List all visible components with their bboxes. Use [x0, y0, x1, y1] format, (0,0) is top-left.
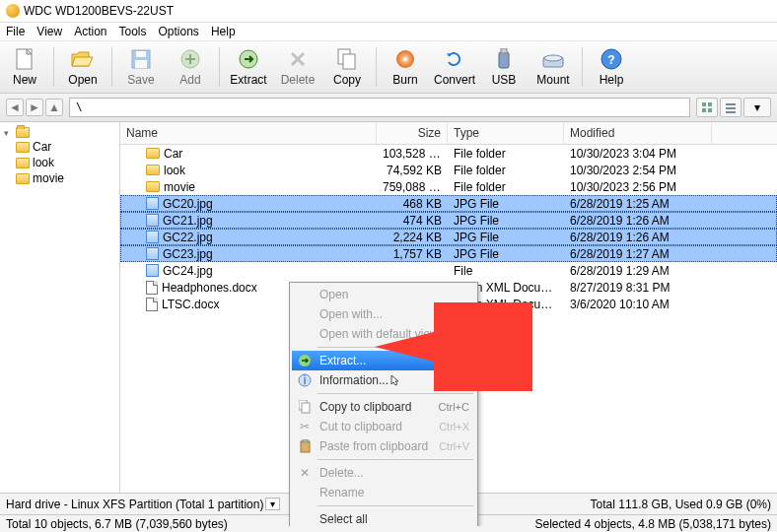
col-name[interactable]: Name	[120, 122, 377, 144]
col-type[interactable]: Type	[448, 122, 564, 144]
col-size[interactable]: Size	[377, 122, 448, 144]
svg-text:?: ?	[607, 53, 614, 67]
table-row[interactable]: GC23.jpg1,757 KBJPG File6/28/2019 1:27 A…	[120, 245, 777, 262]
file-size: 103,528 KB	[377, 147, 448, 161]
open-button[interactable]: Open	[58, 45, 107, 89]
svg-rect-19	[708, 108, 712, 112]
total-objects: Total 10 objects, 6.7 MB (7,039,560 byte…	[0, 517, 234, 531]
ctx-paste[interactable]: Paste from clipboardCtrl+V	[292, 436, 475, 456]
toolbar: New Open Save Add Extract Delete Copy Bu…	[0, 41, 777, 94]
image-icon	[146, 247, 159, 260]
menu-options[interactable]: Options	[159, 25, 199, 38]
ctx-select-all[interactable]: Select all	[292, 509, 475, 526]
ctx-open-with[interactable]: Open with...	[292, 304, 475, 324]
cursor-icon	[390, 374, 402, 386]
table-row[interactable]: look74,592 KBFile folder10/30/2023 2:54 …	[120, 162, 777, 178]
file-type: JPG File	[448, 197, 564, 211]
ctx-copy[interactable]: Copy to clipboardCtrl+C	[292, 397, 475, 417]
drive-dropdown[interactable]: ▾	[265, 498, 280, 510]
svg-rect-27	[302, 403, 310, 413]
file-modified: 10/30/2023 3:04 PM	[564, 147, 712, 161]
table-row[interactable]: movie759,088 KBFile folder10/30/2023 2:5…	[120, 178, 777, 195]
file-name: GC22.jpg	[163, 231, 213, 244]
svg-rect-29	[303, 439, 308, 442]
menubar[interactable]: File View Action Tools Options Help	[0, 23, 777, 41]
add-button[interactable]: Add	[166, 45, 215, 89]
file-name: GC23.jpg	[163, 247, 213, 261]
copy-icon	[297, 399, 313, 415]
menu-help[interactable]: Help	[211, 25, 236, 38]
viewmode-1[interactable]	[696, 98, 718, 117]
ctx-cut[interactable]: ✂Cut to clipboardCtrl+X	[292, 417, 475, 436]
path-input[interactable]: \	[69, 98, 690, 117]
viewmode-3[interactable]: ▾	[743, 98, 771, 117]
folder-tree[interactable]: ▾ Carlookmovie	[0, 122, 120, 526]
file-size: 474 KB	[377, 214, 448, 228]
mount-button[interactable]: Mount	[529, 45, 578, 89]
ctx-extract[interactable]: Extract...	[292, 351, 475, 370]
file-size: 74,592 KB	[377, 164, 448, 177]
tree-item[interactable]: movie	[2, 170, 117, 186]
list-header[interactable]: Name Size Type Modified	[120, 122, 777, 145]
nav-back-button[interactable]: ◄	[6, 99, 24, 116]
menu-view[interactable]: View	[36, 25, 62, 38]
drive-usage: Total 111.8 GB, Used 0.9 GB (0%)	[591, 498, 777, 511]
titlebar: WDC WD1200BEVS-22UST	[0, 0, 777, 23]
table-row[interactable]: GC24.jpgFile6/28/2019 1:29 AM	[120, 262, 777, 279]
save-button[interactable]: Save	[116, 45, 166, 89]
viewmode-2[interactable]	[720, 98, 742, 117]
tree-item[interactable]: look	[2, 155, 117, 170]
convert-button[interactable]: Convert	[430, 45, 479, 89]
table-row[interactable]: GC22.jpg2,224 KBJPG File6/28/2019 1:26 A…	[120, 229, 777, 245]
tree-label: movie	[33, 171, 64, 185]
delete-button[interactable]: Delete	[273, 45, 322, 89]
new-button[interactable]: New	[0, 45, 49, 89]
menu-tools[interactable]: Tools	[119, 25, 147, 38]
ctx-open-default[interactable]: Open with default viewer	[292, 324, 475, 344]
menu-action[interactable]: Action	[74, 25, 106, 38]
table-row[interactable]: GC21.jpg474 KBJPG File6/28/2019 1:26 AM	[120, 212, 777, 229]
tree-root[interactable]: ▾	[2, 126, 117, 139]
paste-icon	[297, 438, 313, 454]
svg-rect-10	[499, 52, 509, 68]
image-icon	[146, 264, 159, 277]
file-size: 468 KB	[377, 197, 448, 211]
file-size: 759,088 KB	[377, 180, 448, 194]
file-type: JPG File	[448, 231, 564, 244]
help-button[interactable]: ?Help	[587, 45, 636, 89]
svg-rect-22	[726, 111, 736, 113]
svg-rect-3	[136, 51, 146, 57]
context-menu[interactable]: Open Open with... Open with default view…	[289, 282, 478, 526]
extract-button[interactable]: Extract	[224, 45, 273, 89]
file-name: GC20.jpg	[163, 197, 213, 211]
folder-icon	[146, 181, 160, 192]
usb-button[interactable]: USB	[479, 45, 529, 89]
ctx-rename[interactable]: Rename	[292, 483, 475, 502]
ctx-delete[interactable]: ✕Delete...	[292, 463, 475, 483]
cut-icon: ✂	[297, 419, 313, 434]
ctx-open[interactable]: Open	[292, 285, 475, 304]
table-row[interactable]: Car103,528 KBFile folder10/30/2023 3:04 …	[120, 145, 777, 162]
file-size: 2,224 KB	[377, 231, 448, 244]
folder-icon	[146, 148, 160, 159]
file-list[interactable]: Name Size Type Modified Car103,528 KBFil…	[120, 122, 777, 526]
file-type: File folder	[448, 164, 564, 177]
file-modified: 6/28/2019 1:26 AM	[564, 214, 712, 228]
nav-fwd-button[interactable]: ►	[26, 99, 43, 116]
tree-item[interactable]: Car	[2, 139, 117, 155]
delete-icon: ✕	[297, 465, 313, 481]
burn-button[interactable]: Burn	[381, 45, 430, 89]
col-modified[interactable]: Modified	[564, 122, 712, 144]
copy-button[interactable]: Copy	[322, 45, 372, 89]
file-modified: 10/30/2023 2:56 PM	[564, 180, 712, 194]
svg-rect-20	[726, 103, 736, 105]
svg-rect-17	[708, 102, 712, 106]
folder-icon	[16, 127, 30, 138]
table-row[interactable]: GC20.jpg468 KBJPG File6/28/2019 1:25 AM	[120, 195, 777, 212]
menu-file[interactable]: File	[6, 25, 25, 38]
file-type: JPG File	[448, 247, 564, 261]
nav-up-button[interactable]: ▲	[45, 99, 63, 116]
ctx-information[interactable]: iInformation...	[292, 370, 475, 390]
file-modified: 3/6/2020 10:10 AM	[564, 298, 712, 311]
svg-point-13	[544, 55, 562, 61]
